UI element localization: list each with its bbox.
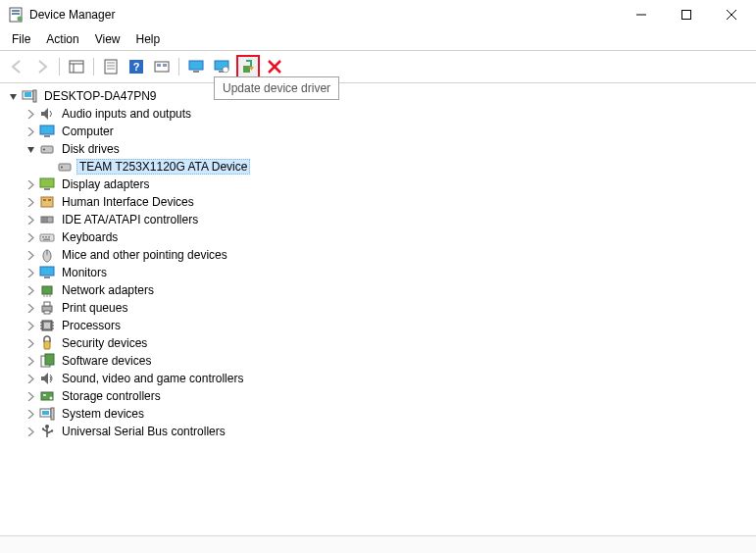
expand-toggle[interactable] [6,89,20,103]
tree-category-label: Mice and other pointing devices [59,247,230,263]
system-icon [39,406,55,422]
expand-toggle[interactable] [24,425,37,438]
tree-root-label: DESKTOP-DA47PN9 [41,88,160,104]
scan-hardware-button[interactable] [151,56,173,77]
svg-rect-19 [163,64,167,67]
show-hide-console-button[interactable] [66,56,87,77]
tree-category-label: Monitors [59,265,110,280]
uninstall-button[interactable] [264,56,285,77]
expand-toggle[interactable] [24,336,37,350]
monitor-icon [39,265,55,280]
expand-toggle[interactable] [24,142,37,156]
window-controls [619,0,754,29]
computer-icon [22,88,37,104]
tree-category-label: Security devices [59,335,150,351]
usb-icon [39,424,55,439]
tree-category[interactable]: Sound, video and game controllers [6,370,756,387]
expand-toggle[interactable] [24,389,37,403]
toolbar-divider [93,58,94,75]
tree-category-label: Universal Serial Bus controllers [59,424,228,439]
update-driver-button[interactable] [236,55,260,78]
expand-toggle[interactable] [24,177,37,191]
svg-point-24 [223,67,228,73]
svg-rect-8 [70,61,83,73]
menubar: File Action View Help [0,29,756,49]
expand-toggle[interactable] [24,301,37,315]
ide-icon [39,212,55,227]
mouse-icon [39,247,55,263]
tree-category[interactable]: Processors [6,317,756,334]
svg-text:?: ? [133,61,140,73]
tree-category[interactable]: Storage controllers [6,387,756,405]
monitor2-button[interactable] [211,56,232,77]
tree-category-label: Human Interface Devices [59,194,197,210]
tree-device-label: TEAM T253X1120G ATA Device [76,159,250,175]
svg-rect-5 [682,11,691,20]
security-icon [39,335,55,351]
display-icon [39,176,55,192]
tree-device[interactable]: TEAM T253X1120G ATA Device [6,158,756,176]
svg-rect-18 [157,64,161,67]
monitor1-button[interactable] [185,56,207,77]
expand-toggle[interactable] [24,125,37,138]
tree-category-label: IDE ATA/ATAPI controllers [59,212,201,227]
close-button[interactable] [709,0,754,29]
tree-category[interactable]: Universal Serial Bus controllers [6,423,756,440]
minimize-button[interactable] [619,0,664,29]
menu-action[interactable]: Action [38,30,86,48]
printer-icon [39,300,55,316]
tree-category[interactable]: Network adapters [6,281,756,299]
titlebar: Device Manager [0,0,756,29]
menu-file[interactable]: File [4,30,38,48]
software-icon [39,353,55,369]
disk-icon [39,141,55,157]
svg-rect-20 [189,61,203,70]
tree-category[interactable]: Display adapters [6,176,756,193]
tree-category[interactable]: Keyboards [6,228,756,246]
svg-rect-21 [193,71,199,73]
tree-category[interactable]: Print queues [6,299,756,317]
tree-category-label: Audio inputs and outputs [59,106,194,122]
expand-toggle[interactable] [24,230,37,244]
expand-toggle [41,160,55,174]
maximize-button[interactable] [664,0,709,29]
expand-toggle[interactable] [24,195,37,209]
tree-category-label: Processors [59,318,124,333]
tree-category-label: Disk drives [59,141,123,157]
tree-category-label: Storage controllers [59,388,164,404]
expand-toggle[interactable] [24,283,37,297]
app-icon [8,7,24,23]
tree-category[interactable]: Computer [6,123,756,140]
tree-category[interactable]: Audio inputs and outputs [6,105,756,123]
tree-category[interactable]: Security devices [6,334,756,352]
tree-category[interactable]: Disk drives [6,140,756,158]
tree-root[interactable]: DESKTOP-DA47PN9 [6,87,756,105]
tree-category-label: Keyboards [59,229,121,245]
keyboard-icon [39,229,55,245]
expand-toggle[interactable] [24,266,37,279]
sound-icon [39,371,55,386]
svg-rect-25 [243,66,250,73]
tree-category[interactable]: Monitors [6,264,756,281]
help-button[interactable]: ? [126,56,147,77]
expand-toggle[interactable] [24,248,37,262]
tree-category[interactable]: System devices [6,405,756,423]
tree-category-label: Network adapters [59,282,157,298]
expand-toggle[interactable] [24,354,37,368]
svg-rect-2 [12,13,20,15]
properties-button[interactable] [100,56,122,77]
tree-category[interactable]: Software devices [6,352,756,370]
expand-toggle[interactable] [24,407,37,421]
menu-help[interactable]: Help [128,30,169,48]
tree-category[interactable]: Human Interface Devices [6,193,756,211]
expand-toggle[interactable] [24,372,37,385]
tree-category[interactable]: IDE ATA/ATAPI controllers [6,211,756,228]
tree-category[interactable]: Mice and other pointing devices [6,246,756,264]
expand-toggle[interactable] [24,319,37,332]
expand-toggle[interactable] [24,107,37,121]
svg-rect-1 [12,10,20,12]
menu-view[interactable]: View [87,30,128,48]
expand-toggle[interactable] [24,213,37,226]
hid-icon [39,194,55,210]
toolbar: ? [0,51,756,83]
